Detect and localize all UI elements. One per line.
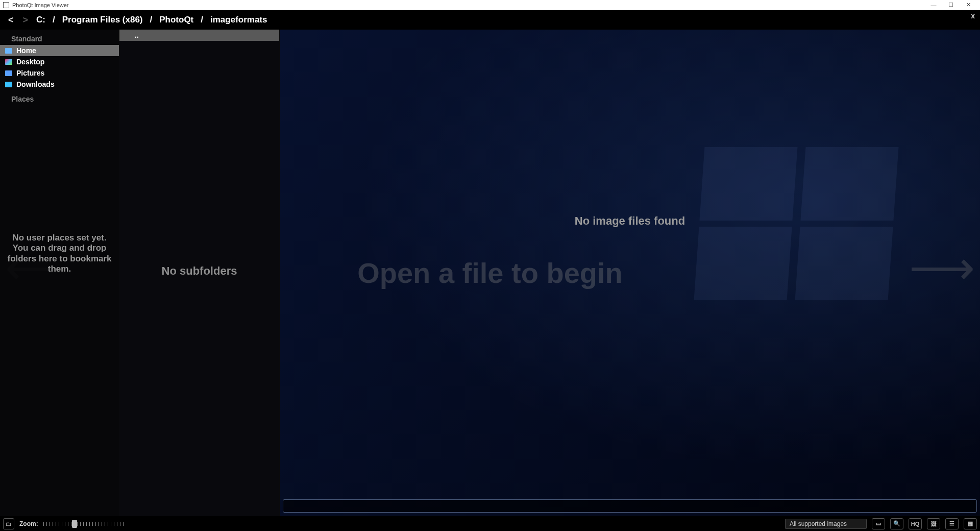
window-titlebar: PhotoQt Image Viewer — ☐ ✕ (0, 0, 980, 10)
folder-icon (5, 70, 12, 76)
parent-folder-row[interactable]: .. (119, 30, 279, 41)
window-title: PhotoQt Image Viewer (12, 2, 68, 8)
dash-icon: ▭ (876, 520, 881, 527)
image-empty-text: No image files found (280, 214, 980, 228)
sidebar-item-desktop[interactable]: Desktop (0, 56, 119, 67)
sidebar-item-home[interactable]: Home (0, 45, 119, 56)
sidebar-item-label: Home (16, 46, 36, 55)
image-icon: 🖼 (931, 521, 937, 527)
nav-back-button[interactable]: < (7, 15, 15, 26)
window-maximize-button[interactable]: ☐ (942, 1, 960, 10)
places-sidebar: Standard Home Desktop Pictures Downloads… (0, 30, 119, 516)
file-type-filter[interactable]: All supported images (785, 519, 867, 529)
zoom-slider[interactable] (43, 520, 125, 527)
view-list-button[interactable]: ☰ (945, 518, 959, 529)
folder-icon (5, 48, 12, 54)
sidebar-item-label: Pictures (16, 69, 44, 77)
app-icon (3, 2, 9, 8)
subfolder-pane: .. No subfolders (119, 30, 280, 516)
folder-open-icon: 🗀 (6, 520, 12, 527)
filename-filter-input[interactable] (283, 499, 977, 513)
grid-icon: ▦ (968, 520, 973, 527)
list-icon: ☰ (949, 520, 954, 527)
status-bar: 🗀 Zoom: All supported images ▭ 🔍 HQ 🖼 ☰ … (0, 516, 980, 531)
file-type-filter-label: All supported images (790, 520, 847, 527)
main-area: Open a file to begin ⟵ ⟶ Standard Home D… (0, 30, 980, 516)
breadcrumb-segment[interactable]: C: (36, 15, 45, 25)
breadcrumb-separator: / (201, 15, 203, 25)
breadcrumb-separator: / (53, 15, 55, 25)
hq-icon: HQ (911, 521, 920, 527)
sidebar-item-downloads[interactable]: Downloads (0, 79, 119, 90)
sidebar-section-places: Places (0, 90, 119, 105)
toggle-hq-button[interactable]: HQ (909, 518, 922, 529)
view-grid-button[interactable]: ▦ (964, 518, 977, 529)
breadcrumb-segment[interactable]: Program Files (x86) (62, 15, 143, 25)
breadcrumb-segment[interactable]: imageformats (210, 15, 267, 25)
view-image-button[interactable]: 🖼 (927, 518, 940, 529)
window-minimize-button[interactable]: — (925, 1, 942, 10)
window-close-button[interactable]: ✕ (960, 1, 977, 10)
nav-forward-button[interactable]: > (22, 15, 30, 26)
toggle-preview-button[interactable]: 🔍 (890, 518, 903, 529)
folder-icon (5, 82, 12, 87)
sidebar-item-label: Downloads (16, 80, 55, 88)
folder-icon (5, 59, 12, 65)
places-empty-hint: No user places set yet. You can drag and… (0, 233, 119, 275)
zoom-slider-thumb[interactable] (72, 520, 77, 528)
sidebar-item-label: Desktop (16, 58, 44, 66)
image-list-pane: No image files found (280, 30, 980, 516)
breadcrumb-separator: / (150, 15, 153, 25)
toggle-thumbnails-button[interactable]: ▭ (872, 518, 885, 529)
magnifier-icon: 🔍 (893, 520, 900, 527)
open-folder-button[interactable]: 🗀 (3, 518, 14, 529)
address-bar: < > C: / Program Files (x86) / PhotoQt /… (0, 10, 980, 30)
breadcrumb-segment[interactable]: PhotoQt (159, 15, 193, 25)
sidebar-item-pictures[interactable]: Pictures (0, 67, 119, 79)
close-panel-button[interactable]: x (969, 11, 977, 20)
sidebar-section-standard: Standard (0, 30, 119, 45)
subfolder-empty-text: No subfolders (119, 264, 279, 278)
zoom-label: Zoom: (19, 520, 38, 527)
